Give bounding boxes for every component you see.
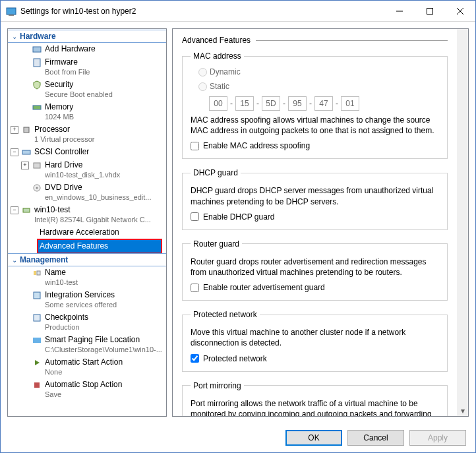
svg-rect-14	[23, 208, 30, 212]
port-desc: Port mirroring allows the network traffi…	[191, 398, 439, 417]
svg-rect-7	[34, 59, 40, 67]
mac-octet-4[interactable]	[314, 96, 333, 111]
tree-hardware-acceleration[interactable]: Hardware Acceleration	[8, 226, 166, 239]
detail-panel: Advanced Features MAC address Dynamic St…	[172, 28, 469, 417]
app-icon	[6, 6, 16, 16]
svg-rect-9	[24, 127, 29, 133]
checkpoints-icon	[32, 313, 42, 323]
tree-security[interactable]: SecuritySecure Boot enabled	[8, 78, 166, 101]
tree-dvd-drive[interactable]: DVD Driveen_windows_10_business_edit...	[8, 181, 166, 204]
paging-icon	[32, 335, 42, 346]
add-hardware-icon	[32, 44, 42, 55]
group-protected-network: Protected network Move this virtual mach…	[182, 310, 448, 371]
vertical-scrollbar[interactable]: ▴ ▾	[457, 29, 468, 416]
mac-octet-5[interactable]	[341, 96, 359, 111]
svg-rect-8	[33, 106, 41, 109]
mac-desc: MAC address spoofing allows virtual mach…	[191, 115, 439, 136]
group-mac-address: MAC address Dynamic Static - - - - - MAC…	[182, 51, 448, 159]
svg-rect-3	[427, 8, 433, 14]
chevron-down-icon: ⌄	[11, 33, 18, 40]
protected-desc: Move this virtual machine to another clu…	[191, 327, 439, 348]
tree-memory[interactable]: Memory1024 MB	[8, 101, 166, 123]
checkbox-mac-spoofing[interactable]: Enable MAC address spoofing	[191, 141, 439, 150]
tree-processor[interactable]: + Processor1 Virtual processor	[8, 123, 166, 146]
svg-point-13	[36, 187, 38, 189]
network-icon	[21, 205, 32, 216]
svg-rect-0	[7, 8, 16, 15]
svg-rect-11	[34, 163, 40, 168]
legend-mac: MAC address	[191, 51, 244, 61]
svg-rect-16	[37, 271, 40, 275]
expand-icon[interactable]: +	[21, 162, 29, 169]
router-desc: Router guard drops router advertisement …	[191, 257, 439, 278]
checkbox-protected-network[interactable]: Protected network	[191, 354, 439, 363]
titlebar: Settings for win10-test on hyper2	[1, 1, 475, 22]
mac-octet-2[interactable]	[262, 96, 280, 111]
radio-mac-static[interactable]	[198, 82, 207, 91]
svg-rect-22	[34, 382, 40, 388]
svg-marker-21	[35, 360, 40, 365]
checkbox-dhcp-guard[interactable]: Enable DHCP guard	[191, 212, 439, 222]
category-hardware[interactable]: ⌄ Hardware	[8, 30, 166, 43]
tree-auto-start[interactable]: Automatic Start ActionNone	[8, 356, 166, 378]
tree-advanced-features[interactable]: Advanced Features	[38, 240, 161, 253]
tree-hard-drive[interactable]: + Hard Drivewin10-test_disk_1.vhdx	[8, 159, 166, 181]
apply-button[interactable]: Apply	[409, 430, 466, 446]
ok-button[interactable]: OK	[285, 430, 342, 446]
dialog-footer: OK Cancel Apply	[1, 423, 475, 452]
minimize-button[interactable]	[384, 1, 415, 21]
radio-mac-dynamic[interactable]	[198, 68, 207, 76]
group-port-mirroring: Port mirroring Port mirroring allows the…	[182, 381, 448, 417]
panel-title: Advanced Features	[182, 36, 448, 45]
svg-rect-17	[34, 292, 40, 299]
tree-add-hardware[interactable]: Add Hardware	[8, 43, 166, 56]
svg-rect-6	[33, 47, 41, 52]
tree-scsi-controller[interactable]: − SCSI Controller	[8, 146, 166, 159]
dhcp-desc: DHCP guard drops DHCP server messages fr…	[191, 185, 439, 206]
svg-rect-1	[9, 15, 14, 16]
legend-router: Router guard	[191, 239, 242, 249]
memory-icon	[32, 102, 42, 113]
hard-drive-icon	[32, 160, 42, 171]
maximize-button[interactable]	[415, 1, 445, 21]
expand-icon[interactable]: +	[11, 126, 18, 134]
group-dhcp-guard: DHCP guard DHCP guard drops DHCP server …	[182, 168, 448, 229]
tree-integration-services[interactable]: Integration ServicesSome services offere…	[8, 289, 166, 311]
content-area: ⌄ Hardware Add Hardware FirmwareBoot fro…	[1, 22, 475, 423]
legend-protected: Protected network	[191, 310, 260, 319]
integration-icon	[32, 290, 42, 301]
scroll-down-icon[interactable]: ▾	[457, 405, 468, 416]
tree-smart-paging[interactable]: Smart Paging File LocationC:\ClusterStor…	[8, 334, 166, 356]
checkbox-router-guard[interactable]: Enable router advertisement guard	[191, 283, 439, 292]
tree-name[interactable]: Namewin10-test	[8, 266, 166, 289]
scroll-up-icon[interactable]: ▴	[457, 29, 468, 40]
tree-network-adapter[interactable]: − win10-testIntel(R) 82574L Gigabit Netw…	[8, 204, 166, 226]
cancel-button[interactable]: Cancel	[347, 430, 404, 446]
collapse-icon[interactable]: −	[11, 148, 18, 156]
mac-octet-1[interactable]	[235, 96, 254, 111]
navigation-tree[interactable]: ⌄ Hardware Add Hardware FirmwareBoot fro…	[7, 28, 167, 417]
mac-octet-3[interactable]	[288, 96, 307, 111]
dvd-icon	[32, 183, 42, 193]
mac-octet-0[interactable]	[209, 96, 227, 111]
legend-port: Port mirroring	[191, 381, 244, 390]
detail-scroll: Advanced Features MAC address Dynamic St…	[173, 29, 457, 416]
tree-firmware[interactable]: FirmwareBoot from File	[8, 56, 166, 78]
auto-start-icon	[32, 357, 42, 368]
tree-checkpoints[interactable]: CheckpointsProduction	[8, 311, 166, 334]
category-management[interactable]: ⌄ Management	[8, 253, 166, 266]
legend-dhcp: DHCP guard	[191, 168, 241, 177]
tree-selection-highlight: Advanced Features	[37, 239, 162, 254]
security-icon	[32, 80, 42, 90]
auto-stop-icon	[32, 380, 42, 390]
close-button[interactable]	[445, 1, 475, 21]
svg-rect-19	[33, 338, 37, 343]
tree-auto-stop[interactable]: Automatic Stop ActionSave	[8, 378, 166, 401]
name-icon	[32, 268, 42, 278]
processor-icon	[21, 125, 32, 135]
group-router-guard: Router guard Router guard drops router a…	[182, 239, 448, 301]
mac-octets: - - - - -	[209, 96, 439, 111]
svg-rect-20	[37, 338, 41, 343]
svg-rect-18	[34, 315, 40, 321]
collapse-icon[interactable]: −	[11, 206, 18, 214]
